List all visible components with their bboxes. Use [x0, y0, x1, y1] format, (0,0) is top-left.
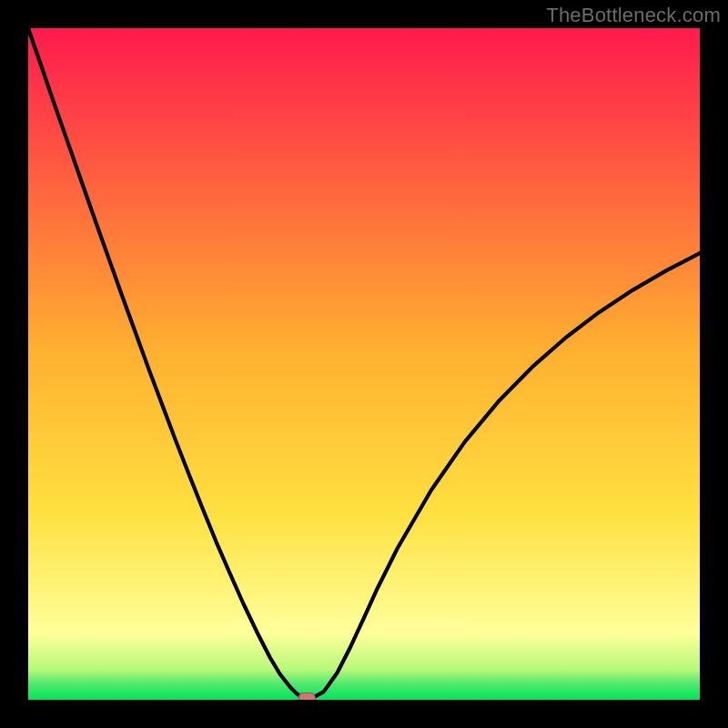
watermark-text: TheBottleneck.com: [546, 4, 721, 27]
chart-svg: [28, 28, 700, 700]
optimal-point-marker: [298, 693, 315, 700]
bottleneck-chart: [28, 28, 700, 700]
gradient-background: [28, 28, 700, 700]
chart-frame: TheBottleneck.com: [0, 0, 728, 728]
